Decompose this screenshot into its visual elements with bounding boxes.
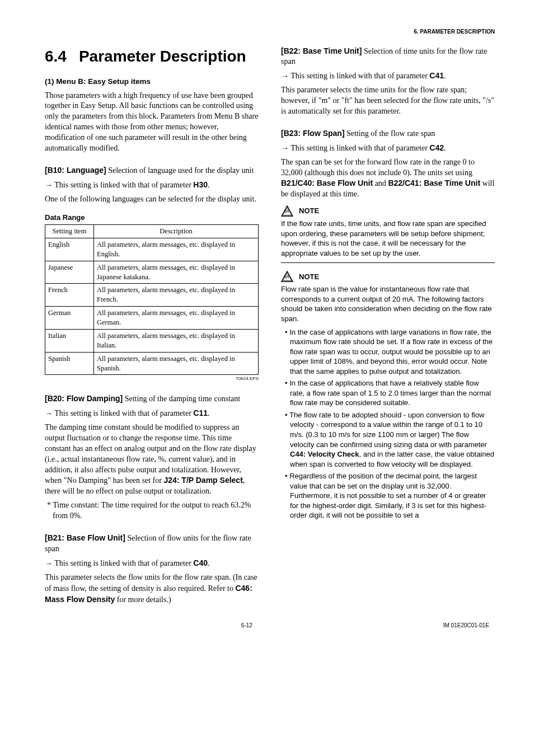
table-row: SpanishAll parameters, alarm messages, e… — [45, 352, 259, 375]
b22-ref: C41 — [429, 71, 444, 80]
table-row: JapaneseAll parameters, alarm messages, … — [45, 261, 259, 284]
b23-ref: C42 — [429, 143, 444, 152]
b23-p2a: The span can be set for the forward flow… — [281, 158, 475, 177]
cell-val: All parameters, alarm messages, etc. dis… — [94, 352, 259, 375]
b10-ref: H30 — [193, 180, 208, 189]
data-range-label: Data Range — [45, 213, 259, 223]
svg-point-1 — [285, 276, 287, 278]
cell-key: Italian — [45, 329, 94, 352]
warning-triangle-icon — [281, 205, 293, 217]
b20-title: [B20: Flow Damping] Setting of the dampi… — [45, 393, 259, 405]
b20-arrow: → This setting is linked with that of pa… — [45, 409, 193, 417]
b10-title: [B10: Language] Selection of language us… — [45, 165, 259, 176]
right-column: [B22: Base Time Unit] Selection of time … — [281, 46, 495, 609]
b10-link: → This setting is linked with that of pa… — [45, 180, 259, 191]
title-text: Parameter Description — [79, 48, 246, 65]
doc-number: IM 01E20C01-01E — [443, 622, 489, 630]
b21-ref: C40 — [193, 558, 208, 567]
cell-key: Japanese — [45, 261, 94, 284]
b10-rest: Selection of language used for the displ… — [106, 166, 254, 175]
section-1-body: Those parameters with a high frequency o… — [45, 91, 259, 154]
b20-desc: The damping time constant should be modi… — [45, 422, 259, 497]
note-2: NOTE Flow rate span is the value for ins… — [281, 271, 495, 520]
cell-key: German — [45, 307, 94, 330]
b20-rest: Setting of the damping time constant — [123, 395, 240, 403]
note-2-list: In the case of applications with large v… — [281, 327, 495, 520]
cell-val: All parameters, alarm messages, etc. dis… — [94, 329, 259, 352]
list-item: In the case of applications that have a … — [290, 378, 495, 408]
b10-desc: One of the following languages can be se… — [45, 194, 259, 205]
b23-rest: Setting of the flow rate span — [345, 129, 435, 138]
svg-point-0 — [285, 210, 287, 213]
b23-block: [B23: Flow Span] Setting of the flow rat… — [281, 128, 495, 200]
cell-val: All parameters, alarm messages, etc. dis… — [94, 307, 259, 330]
content-columns: 6.4Parameter Description (1) Menu B: Eas… — [45, 46, 495, 609]
cell-val: All parameters, alarm messages, etc. dis… — [94, 284, 259, 307]
note-2-intro: Flow rate span is the value for instanta… — [281, 285, 492, 323]
b20-label: [B20: Flow Damping] — [45, 394, 123, 403]
th-setting: Setting item — [45, 225, 94, 238]
b21-label: [B21: Base Flow Unit] — [45, 533, 125, 542]
cell-val: All parameters, alarm messages, etc. dis… — [94, 238, 259, 261]
b10-block: [B10: Language] Selection of language us… — [45, 165, 259, 382]
table-header-row: Setting item Description — [45, 225, 259, 238]
b23-arrow: → This setting is linked with that of pa… — [281, 144, 429, 152]
left-column: 6.4Parameter Description (1) Menu B: Eas… — [45, 46, 259, 609]
b10-after: . — [208, 181, 210, 189]
b20-footnote: * Time constant: The time required for t… — [45, 500, 259, 522]
list-item: In the case of applications with large v… — [290, 327, 495, 377]
cell-key: French — [45, 284, 94, 307]
b20-ref2: J24: T/P Damp Select — [163, 476, 242, 485]
b23-label: [B23: Flow Span] — [281, 129, 345, 138]
b20-block: [B20: Flow Damping] Setting of the dampi… — [45, 393, 259, 522]
page-footer: 6-12 IM 01E20C01-01E — [45, 622, 495, 630]
page-title: 6.4Parameter Description — [45, 46, 259, 67]
note-1-body: If the flow rate units, time units, and … — [281, 219, 495, 263]
note-1-head: NOTE — [281, 205, 495, 217]
note-2-body: Flow rate span is the value for instanta… — [281, 284, 495, 520]
cell-val: All parameters, alarm messages, etc. dis… — [94, 261, 259, 284]
b21-block: [B21: Base Flow Unit] Selection of flow … — [45, 533, 259, 605]
language-table: Setting item Description EnglishAll para… — [45, 224, 259, 375]
b21-desc: This parameter selects the flow units fo… — [45, 572, 259, 605]
note-1-label: NOTE — [299, 206, 319, 216]
b23-ref2: B21/C40: Base Flow Unit — [281, 179, 373, 187]
page-number: 6-12 — [50, 622, 443, 630]
list-item: Regardless of the position of the decima… — [290, 471, 495, 520]
section-1-head: (1) Menu B: Easy Setup items — [45, 77, 259, 87]
b20-after: . — [208, 409, 210, 417]
note-2-head: NOTE — [281, 271, 495, 282]
b20-link: → This setting is linked with that of pa… — [45, 408, 259, 419]
b23-desc: The span can be set for the forward flow… — [281, 157, 495, 200]
b21-link: → This setting is linked with that of pa… — [45, 558, 259, 569]
cell-key: Spanish — [45, 352, 94, 375]
title-number: 6.4 — [45, 48, 67, 65]
b3a: The flow rate to be adopted should - upo… — [289, 411, 487, 449]
b21-title: [B21: Base Flow Unit] Selection of flow … — [45, 533, 259, 555]
b22-desc: This parameter selects the time units fo… — [281, 85, 495, 117]
th-description: Description — [94, 225, 259, 238]
b23-after: . — [444, 144, 446, 152]
table-foot: T0614.EPS — [45, 376, 259, 382]
table-row: EnglishAll parameters, alarm messages, e… — [45, 238, 259, 261]
b22-after: . — [444, 72, 446, 80]
b22-link: → This setting is linked with that of pa… — [281, 71, 495, 82]
table-row: ItalianAll parameters, alarm messages, e… — [45, 329, 259, 352]
b22-arrow: → This setting is linked with that of pa… — [281, 72, 429, 80]
b22-title: [B22: Base Time Unit] Selection of time … — [281, 46, 495, 68]
b23-mid: and — [373, 179, 388, 187]
b23-title: [B23: Flow Span] Setting of the flow rat… — [281, 128, 495, 139]
b3-ref: C44: Velocity Check — [290, 450, 359, 458]
list-item: The flow rate to be adopted should - upo… — [290, 410, 495, 469]
b21-arrow: → This setting is linked with that of pa… — [45, 559, 193, 567]
b20-ref: C11 — [193, 408, 208, 417]
b21-p2b: for more details.) — [115, 595, 171, 604]
note-2-label: NOTE — [299, 272, 319, 282]
page-breadcrumb: 6. PARAMETER DESCRIPTION — [45, 28, 495, 36]
b10-label: [B10: Language] — [45, 166, 106, 175]
b22-block: [B22: Base Time Unit] Selection of time … — [281, 46, 495, 117]
section-1: (1) Menu B: Easy Setup items Those param… — [45, 77, 259, 154]
warning-triangle-icon — [281, 271, 293, 282]
b21-after: . — [208, 559, 210, 567]
b23-ref3: B22/C41: Base Time Unit — [388, 179, 480, 187]
